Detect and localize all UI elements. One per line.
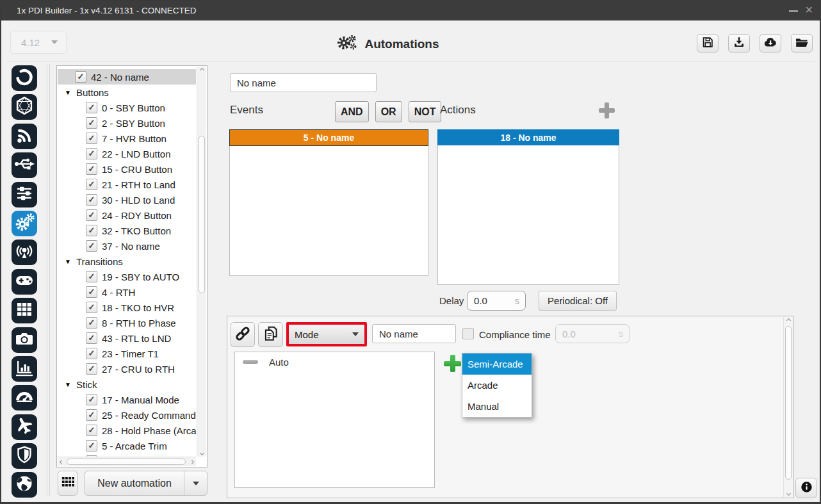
event-item[interactable]: 5 - No name bbox=[229, 129, 428, 146]
action-type-select[interactable]: Mode bbox=[286, 322, 367, 346]
sidebar-item-gauge[interactable] bbox=[12, 385, 37, 411]
tree-item[interactable]: ✓7 - HVR Button bbox=[58, 131, 196, 146]
scroll-up-icon[interactable] bbox=[197, 69, 206, 72]
tree-item[interactable]: ✓15 - CRU Button bbox=[58, 161, 196, 177]
sidebar-item-hexagon-mesh[interactable] bbox=[12, 94, 37, 120]
checkbox[interactable]: ✓ bbox=[86, 302, 97, 313]
and-button[interactable]: AND bbox=[335, 101, 369, 122]
action-name-input[interactable] bbox=[372, 324, 456, 343]
scroll-left-icon[interactable] bbox=[60, 457, 63, 466]
action-item[interactable]: 18 - No name bbox=[437, 129, 619, 145]
link-button[interactable] bbox=[231, 322, 255, 347]
tree-item[interactable]: ✓0 - SBY Button bbox=[58, 100, 196, 115]
tree-item[interactable]: ✓19 - SBY to AUTO bbox=[58, 269, 196, 284]
tree-item[interactable]: ✓32 - TKO Button bbox=[58, 223, 196, 238]
new-automation-dropdown-toggle[interactable] bbox=[184, 471, 207, 495]
tree-item[interactable]: ✓28 - Hold Phase (Arcad bbox=[58, 423, 196, 438]
sidebar-item-camera[interactable] bbox=[12, 327, 37, 353]
checkbox[interactable]: ✓ bbox=[86, 317, 97, 329]
tree-item[interactable]: ✓42 - No name bbox=[58, 69, 196, 85]
dropdown-option[interactable]: Semi-Arcade bbox=[462, 354, 532, 375]
sidebar-item-grid[interactable] bbox=[12, 298, 37, 323]
tree-group[interactable]: ▼Stick bbox=[58, 377, 196, 392]
sidebar-item-shield[interactable] bbox=[12, 443, 37, 469]
or-button[interactable]: OR bbox=[375, 101, 402, 122]
tree-item[interactable]: ✓37 - No name bbox=[58, 238, 196, 254]
sidebar-item-bar-chart[interactable] bbox=[12, 356, 37, 382]
checkbox[interactable]: ✓ bbox=[86, 240, 97, 252]
dropdown-option[interactable]: Manual bbox=[462, 396, 532, 417]
checkbox[interactable]: ✓ bbox=[86, 440, 97, 451]
tree-item[interactable]: ✓4 - RTH bbox=[58, 284, 196, 300]
periodical-button[interactable]: Periodical: Off bbox=[539, 291, 617, 311]
sidebar-item-rss[interactable] bbox=[12, 124, 37, 149]
scroll-down-icon[interactable] bbox=[197, 451, 206, 455]
collapse-triangle-icon[interactable]: ▼ bbox=[65, 89, 72, 96]
mode-list-item[interactable]: Auto bbox=[235, 352, 434, 371]
copy-button[interactable] bbox=[258, 322, 283, 347]
automation-name-input[interactable] bbox=[230, 73, 377, 92]
tree-horizontal-scrollbar[interactable] bbox=[58, 457, 196, 466]
tree-item[interactable]: ✓18 - TKO to HVR bbox=[58, 300, 196, 315]
checkbox[interactable]: ✓ bbox=[86, 209, 97, 221]
sidebar-splitter[interactable] bbox=[47, 64, 50, 496]
sidebar-item-usb[interactable] bbox=[12, 152, 37, 178]
collapse-triangle-icon[interactable]: ▼ bbox=[65, 381, 72, 388]
tree-item[interactable]: ✓27 - CRU to RTH bbox=[58, 361, 196, 377]
cloud-download-button[interactable] bbox=[760, 34, 781, 53]
automation-grid-view-button[interactable] bbox=[58, 471, 77, 496]
tree-item[interactable]: ✓2 - SBY Button bbox=[58, 115, 196, 131]
compliance-time-input[interactable]: 0.0 s bbox=[555, 324, 630, 343]
checkbox[interactable]: ✓ bbox=[86, 409, 97, 421]
open-folder-button[interactable] bbox=[791, 34, 813, 53]
tree-item[interactable]: ✓25 - Ready Command bbox=[58, 407, 196, 423]
tree-item[interactable]: ✓5 - Arcade Trim bbox=[58, 438, 196, 453]
save-button[interactable] bbox=[697, 34, 719, 53]
checkbox[interactable]: ✓ bbox=[86, 425, 97, 436]
tree-group[interactable]: ▼Transitions bbox=[58, 254, 196, 269]
checkbox[interactable]: ✓ bbox=[75, 71, 86, 83]
panel-vertical-scrollbar[interactable] bbox=[783, 317, 793, 497]
tree-group[interactable]: ▼Buttons bbox=[58, 85, 196, 100]
tree-item[interactable]: ✓8 - RTH to Phase bbox=[58, 315, 196, 330]
checkbox[interactable]: ✓ bbox=[86, 332, 97, 344]
new-automation-button[interactable]: New automation bbox=[85, 471, 207, 496]
checkbox[interactable]: ✓ bbox=[86, 163, 97, 175]
scroll-right-icon[interactable] bbox=[190, 457, 193, 466]
checkbox[interactable]: ✓ bbox=[86, 225, 97, 236]
add-mode-icon[interactable] bbox=[444, 355, 461, 372]
checkbox[interactable]: ✓ bbox=[86, 286, 97, 298]
checkbox[interactable]: ✓ bbox=[86, 194, 97, 206]
tree-item[interactable]: ✓23 - Timer T1 bbox=[58, 346, 196, 361]
sidebar-item-gamepad[interactable] bbox=[12, 269, 37, 295]
scroll-thumb[interactable] bbox=[67, 459, 186, 465]
info-button[interactable] bbox=[795, 478, 817, 498]
tree-vertical-scrollbar[interactable] bbox=[197, 67, 206, 457]
checkbox[interactable]: ✓ bbox=[86, 148, 97, 159]
close-icon[interactable]: ✕ bbox=[805, 4, 813, 16]
tree-item[interactable]: ✓17 - Manual Mode bbox=[58, 392, 196, 407]
tree-item[interactable]: ✓43 - RTL to LND bbox=[58, 330, 196, 346]
minimize-icon[interactable] bbox=[789, 10, 798, 12]
checkbox[interactable]: ✓ bbox=[86, 179, 97, 190]
sidebar-item-gears[interactable] bbox=[12, 211, 37, 236]
scroll-up-icon[interactable] bbox=[784, 319, 793, 322]
checkbox[interactable]: ✓ bbox=[86, 117, 97, 129]
tree-item[interactable]: ✓24 - RDY Button bbox=[58, 207, 196, 223]
checkbox[interactable]: ✓ bbox=[86, 271, 97, 282]
add-action-icon[interactable] bbox=[599, 102, 615, 118]
tree-item[interactable]: ✓21 - RTH to Land bbox=[58, 177, 196, 192]
sidebar-item-sliders[interactable] bbox=[12, 182, 37, 207]
sidebar-item-dial[interactable] bbox=[12, 65, 37, 91]
sidebar-item-globe[interactable] bbox=[12, 472, 37, 498]
scroll-down-icon[interactable] bbox=[784, 492, 793, 495]
compliance-time-checkbox[interactable] bbox=[462, 328, 474, 339]
checkbox[interactable]: ✓ bbox=[86, 102, 97, 113]
sidebar-item-plane[interactable] bbox=[12, 414, 37, 440]
checkbox[interactable]: ✓ bbox=[86, 363, 97, 375]
tree-item[interactable]: ✓22 - LND Button bbox=[58, 146, 196, 161]
collapse-triangle-icon[interactable]: ▼ bbox=[65, 258, 72, 265]
checkbox[interactable]: ✓ bbox=[86, 348, 97, 359]
tree-item[interactable]: ✓30 - HLD to Land bbox=[58, 192, 196, 207]
dropdown-option[interactable]: Arcade bbox=[462, 375, 532, 396]
